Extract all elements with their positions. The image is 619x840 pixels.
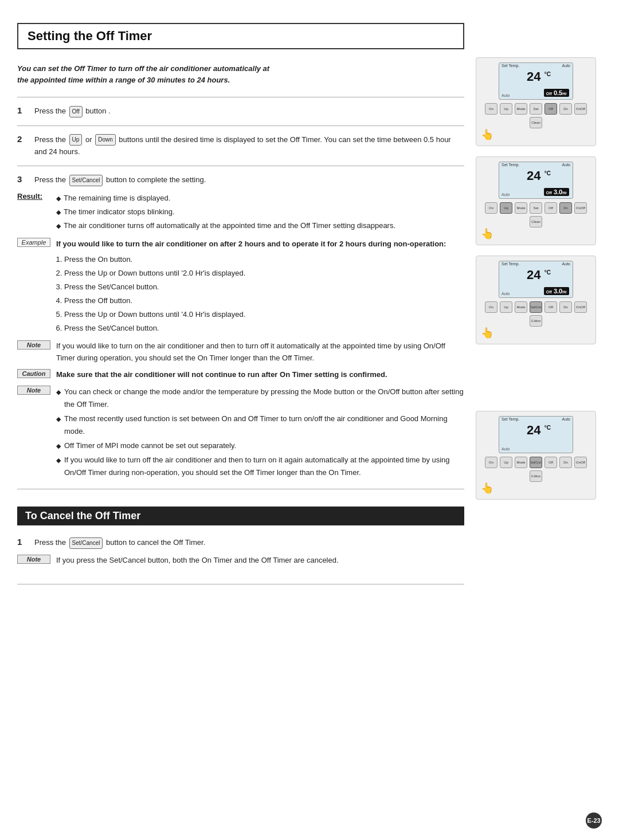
step-3-content: Press the Set/Cancel button to complete … bbox=[34, 174, 464, 186]
note1-tag: Note bbox=[17, 340, 50, 350]
btn-on-2: On bbox=[485, 202, 497, 214]
btn-on-1: On bbox=[485, 103, 497, 115]
btn-down-3: Dn bbox=[559, 301, 572, 313]
step-1-row: 1 Press the Off button . bbox=[17, 105, 464, 117]
down-btn-icon: Down bbox=[95, 134, 116, 146]
screen-temp-2: 24 °C bbox=[499, 167, 573, 182]
remote-screen-1: Set Temp. Auto 24 °C Off 0.5Hr Auto bbox=[499, 62, 573, 100]
up-btn-icon: Up bbox=[69, 134, 83, 146]
remote-hand-3: 👆 bbox=[481, 327, 493, 339]
divider-bottom bbox=[17, 584, 464, 584]
btn-up-4: Up bbox=[500, 457, 512, 468]
screen-labels-1: Set Temp. Auto bbox=[499, 63, 573, 68]
btn-off-2: Off bbox=[544, 202, 557, 214]
remote-illustration-4: Set Temp. Auto 24 °C Auto On Up Mode Set… bbox=[476, 411, 596, 500]
remote-hand-4: 👆 bbox=[481, 482, 493, 494]
caution-content: Make sure that the air conditioner will … bbox=[56, 369, 464, 381]
remote-buttons-4: On Up Mode Set/Cncl Off Dn OnOff G.Morn bbox=[481, 457, 591, 482]
btn-down-1: Dn bbox=[559, 103, 572, 115]
cancel-note-block: Note If you press the Set/Cancel button,… bbox=[17, 555, 464, 567]
btn-down-4: Dn bbox=[559, 457, 572, 468]
note2-bullet-1: You can check or change the mode and/or … bbox=[56, 386, 464, 411]
example-content: If you would like to turn the air condit… bbox=[56, 238, 464, 336]
example-step-3: Press the Set/Cancel button. bbox=[64, 281, 464, 293]
remote-illustration-2: Set Temp. Auto 24 °C Off 3.0Hr Auto On U… bbox=[476, 156, 596, 245]
off-btn-icon: Off bbox=[69, 106, 83, 117]
note2-tag: Note bbox=[17, 386, 50, 395]
note2-content: You can check or change the mode and/or … bbox=[56, 386, 464, 481]
cancel-step-1-row: 1 Press the Set/Cancel button to cancel … bbox=[17, 537, 464, 549]
screen-label-auto-1: Auto bbox=[562, 64, 570, 68]
btn-setcancel-2: Set bbox=[530, 202, 542, 214]
cancel-step-1-num: 1 bbox=[17, 537, 31, 547]
divider2 bbox=[17, 125, 464, 126]
screen-label-auto-2: Auto bbox=[562, 163, 570, 167]
cancel-section: To Cancel the Off Timer 1 Press the Set/… bbox=[17, 507, 464, 567]
btn-on-3: On bbox=[485, 301, 497, 313]
step-2-content: Press the Up or Down buttons until the d… bbox=[34, 134, 464, 158]
screen-label-settemp-1: Set Temp. bbox=[502, 64, 519, 68]
btn-down-2-active: Dn bbox=[559, 202, 572, 214]
example-step-2: Press the Up or Down buttons until '2.0 … bbox=[64, 267, 464, 280]
result-content: The remaining time is displayed. The tim… bbox=[56, 192, 464, 233]
btn-onoff-2: OnOff bbox=[574, 202, 587, 214]
cancel-title-box: To Cancel the Off Timer bbox=[17, 507, 464, 525]
step-1-num: 1 bbox=[17, 105, 31, 115]
note2-bullet-4: If you would like to turn off the air co… bbox=[56, 454, 464, 479]
result-bullet-1: The remaining time is displayed. bbox=[56, 192, 464, 205]
btn-onoff-4: OnOff bbox=[574, 457, 587, 468]
note1-content: If you would like to turn on the air con… bbox=[56, 340, 464, 364]
step-2-num: 2 bbox=[17, 134, 31, 144]
setcancel-btn-icon: Set/Cancel bbox=[69, 175, 103, 186]
screen-labels-2: Set Temp. Auto bbox=[499, 162, 573, 167]
example-tag: Example bbox=[17, 238, 50, 247]
btn-setcancel-4-active: Set/Cncl bbox=[530, 457, 542, 468]
result-block: Result: The remaining time is displayed.… bbox=[17, 192, 464, 233]
example-intro: If you would like to turn the air condit… bbox=[56, 238, 464, 250]
cancel-note-tag: Note bbox=[17, 555, 50, 564]
example-step-1: Press the On button. bbox=[64, 253, 464, 266]
btn-off-4: Off bbox=[544, 457, 557, 468]
result-label: Result: bbox=[17, 192, 56, 201]
result-bullet-3: The air conditioner turns off automatica… bbox=[56, 219, 464, 232]
btn-setcancel-3-active: Set/Cncl bbox=[530, 301, 542, 313]
section-title-box: Setting the Off Timer bbox=[17, 23, 464, 49]
screen-label-settemp-4: Set Temp. bbox=[502, 417, 519, 421]
cancel-title: To Cancel the Off Timer bbox=[25, 510, 456, 522]
remote-buttons-3: On Up Mode Set/Cncl Off Dn OnOff G.Morn bbox=[481, 301, 591, 327]
divider1 bbox=[17, 97, 464, 97]
btn-up-3: Up bbox=[500, 301, 512, 313]
btn-up-1: Up bbox=[500, 103, 512, 115]
remote-buttons-2: On Up Mode Set Off Dn OnOff Clean bbox=[481, 202, 591, 227]
example-step-4: Press the Off button. bbox=[64, 295, 464, 307]
step-2-row: 2 Press the Up or Down buttons until the… bbox=[17, 134, 464, 158]
btn-goodmorning-3: G.Morn bbox=[530, 315, 542, 327]
page-container: Setting the Off Timer You can set the Of… bbox=[0, 0, 619, 615]
screen-label-auto-4: Auto bbox=[562, 417, 570, 421]
btn-on-4: On bbox=[485, 457, 497, 468]
example-block: Example If you would like to turn the ai… bbox=[17, 238, 464, 336]
screen-timer-2: Off 3.0Hr bbox=[544, 188, 569, 196]
btn-mode-1: Mode bbox=[515, 103, 527, 115]
spacer bbox=[476, 355, 602, 366]
cancel-step-1-content: Press the Set/Cancel button to cancel th… bbox=[34, 537, 464, 549]
screen-label-auto-3: Auto bbox=[562, 262, 570, 266]
example-step-6: Press the Set/Cancel button. bbox=[64, 322, 464, 335]
screen-label-settemp-3: Set Temp. bbox=[502, 262, 519, 266]
btn-off-1-active: Off bbox=[544, 103, 557, 115]
intro-text: You can set the Off Timer to turn off th… bbox=[17, 63, 464, 85]
left-column: Setting the Off Timer You can set the Of… bbox=[17, 23, 464, 592]
caution-tag: Caution bbox=[17, 369, 50, 378]
btn-up-2-active: Up bbox=[500, 202, 512, 214]
divider-cancel bbox=[17, 489, 464, 489]
remote-screen-4: Set Temp. Auto 24 °C Auto bbox=[499, 416, 573, 453]
caution-block: Caution Make sure that the air condition… bbox=[17, 369, 464, 381]
divider3 bbox=[17, 166, 464, 166]
example-step-5: Press the Up or Down buttons until '4.0 … bbox=[64, 308, 464, 321]
note2-bullet-2: The most recently used function is set b… bbox=[56, 413, 464, 438]
note2-bullet-3: Off Timer of MPI mode cannot be set out … bbox=[56, 439, 464, 452]
example-steps: Press the On button. Press the Up or Dow… bbox=[64, 253, 464, 335]
result-bullet-2: The timer indicator stops blinking. bbox=[56, 206, 464, 218]
cancel-note-content: If you press the Set/Cancel button, both… bbox=[56, 555, 464, 567]
screen-labels-4: Set Temp. Auto bbox=[499, 417, 573, 422]
